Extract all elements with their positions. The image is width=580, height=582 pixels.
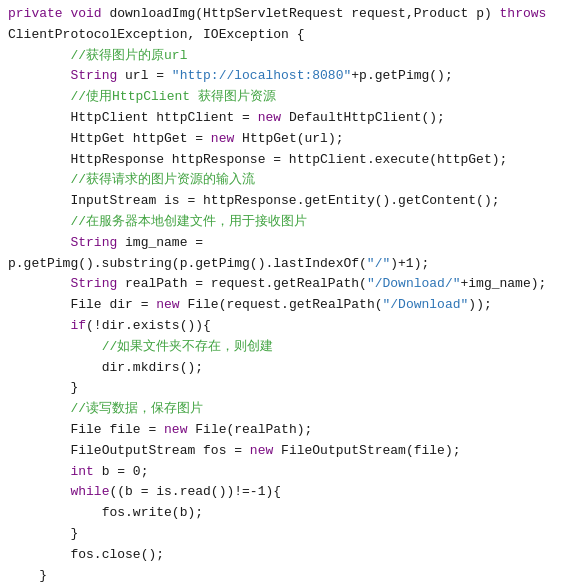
code-token [8, 152, 70, 167]
code-token: } [8, 568, 47, 582]
code-token: +img_name); [461, 276, 547, 291]
code-token: "http://localhost:8080" [172, 68, 351, 83]
code-token: "/Download/" [367, 276, 461, 291]
code-line: while((b = is.read())!=-1){ [8, 482, 572, 503]
code-token [8, 401, 70, 416]
code-token: HttpServletRequest [203, 6, 343, 21]
code-token [8, 318, 70, 333]
code-token [8, 297, 70, 312]
code-token: httpGet = [125, 131, 211, 146]
code-token: ( [195, 6, 203, 21]
code-token: } [8, 526, 78, 541]
code-token [8, 484, 70, 499]
code-token: //获得图片的原url [70, 48, 187, 63]
code-token: new [258, 110, 289, 125]
code-token: HttpClient [70, 110, 148, 125]
code-token: File [70, 297, 101, 312]
code-token: Product [414, 6, 469, 21]
code-line: HttpGet httpGet = new HttpGet(url); [8, 129, 572, 150]
code-token: //读写数据，保存图片 [70, 401, 203, 416]
code-token: ((b = is.read())!=-1){ [109, 484, 281, 499]
code-line: //在服务器本地创建文件，用于接收图片 [8, 212, 572, 233]
code-token: InputStream [70, 193, 156, 208]
code-token: private [8, 6, 70, 21]
code-token: HttpGet(url); [242, 131, 343, 146]
code-token: is = httpResponse.getEntity().getContent… [156, 193, 499, 208]
code-line: } [8, 524, 572, 545]
code-token [8, 276, 70, 291]
code-token: FileOutputStream [70, 443, 195, 458]
code-token: ClientProtocolException, IOException { [8, 27, 304, 42]
code-token: HttpGet [70, 131, 125, 146]
code-line: int b = 0; [8, 462, 572, 483]
code-line: HttpResponse httpResponse = httpClient.e… [8, 150, 572, 171]
code-line: dir.mkdirs(); [8, 358, 572, 379]
code-token: p.getPimg().substring(p.getPimg().lastIn… [8, 256, 367, 271]
code-token [8, 172, 70, 187]
code-editor: private void downloadImg(HttpServletRequ… [0, 0, 580, 582]
code-token: httpClient = [148, 110, 257, 125]
code-line: } [8, 378, 572, 399]
code-token: if [70, 318, 86, 333]
code-token: throws [500, 6, 547, 21]
code-token: +p.getPimg(); [351, 68, 452, 83]
code-token [8, 235, 70, 250]
code-line: String url = "http://localhost:8080"+p.g… [8, 66, 572, 87]
code-token: file = [102, 422, 164, 437]
code-token: File(realPath); [195, 422, 312, 437]
code-token: "/" [367, 256, 390, 271]
code-token: FileOutputStream(file); [281, 443, 460, 458]
code-token: HttpResponse [70, 152, 164, 167]
code-token [8, 214, 70, 229]
code-token: new [211, 131, 242, 146]
code-token: //如果文件夹不存在，则创建 [102, 339, 274, 354]
code-line: p.getPimg().substring(p.getPimg().lastIn… [8, 254, 572, 275]
code-token: String [70, 235, 117, 250]
code-token: )+1); [390, 256, 429, 271]
code-token: "/Download" [383, 297, 469, 312]
code-line: //使用HttpClient 获得图片资源 [8, 87, 572, 108]
code-token [8, 547, 70, 562]
code-token [8, 68, 70, 83]
code-token [8, 89, 70, 104]
code-line: //获得图片的原url [8, 46, 572, 67]
code-token: fos = [195, 443, 250, 458]
code-line: File file = new File(realPath); [8, 420, 572, 441]
code-token [8, 422, 70, 437]
code-token: request, [344, 6, 414, 21]
code-token [8, 339, 102, 354]
code-token: )); [468, 297, 491, 312]
code-token [8, 193, 70, 208]
code-token: File(request.getRealPath( [187, 297, 382, 312]
code-token [8, 48, 70, 63]
code-line: String realPath = request.getRealPath("/… [8, 274, 572, 295]
code-line: private void downloadImg(HttpServletRequ… [8, 4, 572, 25]
code-token: String [70, 276, 117, 291]
code-token: //在服务器本地创建文件，用于接收图片 [70, 214, 307, 229]
code-token: (!dir.exists()){ [86, 318, 211, 333]
code-line: } [8, 566, 572, 582]
code-line: InputStream is = httpResponse.getEntity(… [8, 191, 572, 212]
code-token: b = 0; [94, 464, 149, 479]
code-token [8, 131, 70, 146]
code-token: realPath = request.getRealPath( [117, 276, 367, 291]
code-token: //获得请求的图片资源的输入流 [70, 172, 255, 187]
code-line: fos.close(); [8, 545, 572, 566]
code-token: p) [468, 6, 499, 21]
code-token: url = [117, 68, 172, 83]
code-token: while [70, 484, 109, 499]
code-token: fos.close(); [70, 547, 164, 562]
code-line: //获得请求的图片资源的输入流 [8, 170, 572, 191]
code-token: fos.write(b); [102, 505, 203, 520]
code-line: ClientProtocolException, IOException { [8, 25, 572, 46]
code-line: String img_name = [8, 233, 572, 254]
code-line: fos.write(b); [8, 503, 572, 524]
code-line: //如果文件夹不存在，则创建 [8, 337, 572, 358]
code-token [8, 443, 70, 458]
code-line: FileOutputStream fos = new FileOutputStr… [8, 441, 572, 462]
code-token: File [70, 422, 101, 437]
code-line: File dir = new File(request.getRealPath(… [8, 295, 572, 316]
code-token: void [70, 6, 109, 21]
code-line: HttpClient httpClient = new DefaultHttpC… [8, 108, 572, 129]
code-token [8, 464, 70, 479]
